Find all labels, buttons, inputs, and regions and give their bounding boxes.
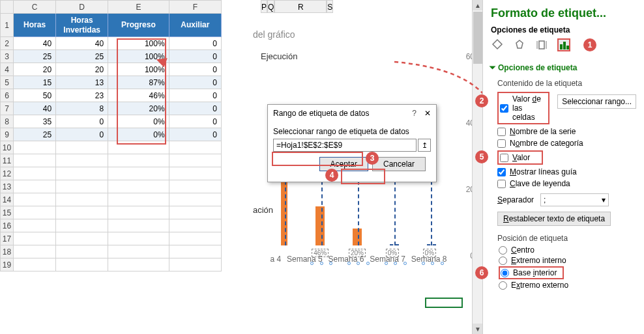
chk-nombre-serie[interactable]: Nombre de la serie	[497, 127, 636, 136]
row-header[interactable]: 5	[1, 76, 14, 89]
cell[interactable]: 50	[14, 89, 56, 102]
help-icon[interactable]: ?	[412, 109, 417, 118]
row-header[interactable]: 19	[1, 258, 14, 271]
chart-title[interactable]: del gráfico	[253, 29, 463, 40]
bar[interactable]: 46%	[315, 206, 325, 245]
chk-valor-celdas[interactable]: Valor delas celdas	[497, 92, 549, 124]
row-header[interactable]: 10	[1, 141, 14, 154]
cell[interactable]: 23	[56, 89, 108, 102]
bar[interactable]: 0%	[390, 244, 399, 245]
cell[interactable]: 100%	[108, 50, 169, 63]
col-header-Q[interactable]: Q	[267, 0, 274, 13]
badge-4: 4	[325, 169, 338, 182]
cell[interactable]: 0	[169, 76, 221, 89]
col-header-C[interactable]: C	[14, 1, 56, 14]
radio-extremo-externo[interactable]: Extremo externo	[499, 281, 636, 290]
cell[interactable]: 40	[14, 102, 56, 115]
row-header[interactable]: 3	[1, 50, 14, 63]
accept-button[interactable]: Aceptar	[319, 157, 368, 171]
row-header[interactable]: 6	[1, 89, 14, 102]
col-header-S[interactable]: S	[327, 0, 333, 13]
row-header[interactable]: 15	[1, 206, 14, 219]
options-group-title[interactable]: Opciones de etiqueta	[491, 63, 636, 72]
size-icon[interactable]	[535, 38, 548, 51]
row-header[interactable]: 17	[1, 232, 14, 245]
row-header[interactable]: 4	[1, 63, 14, 76]
cell[interactable]: 0	[169, 50, 221, 63]
close-icon[interactable]: ✕	[424, 109, 431, 118]
row-header[interactable]: 2	[1, 37, 14, 50]
cell[interactable]: 0	[169, 128, 221, 141]
row-header[interactable]: 8	[1, 115, 14, 128]
corner-cell[interactable]	[1, 1, 14, 14]
effects-icon[interactable]	[513, 38, 526, 51]
reset-label-text-button[interactable]: Restablecer texto de etiqueta	[497, 212, 611, 226]
chk-clave-leyenda[interactable]: Clave de leyenda	[497, 179, 636, 188]
scroll-up-icon[interactable]: ▲	[473, 0, 482, 10]
cell[interactable]: 40	[14, 37, 56, 50]
row-header[interactable]: 7	[1, 102, 14, 115]
row-header[interactable]: 13	[1, 180, 14, 193]
grid[interactable]: C D E F 1 Horas Horas Invertidas Progres…	[0, 0, 222, 271]
vertical-scrollbar[interactable]: ▲ ▼	[472, 0, 482, 334]
cell[interactable]: 0	[56, 128, 108, 141]
separator-dropdown[interactable]: ;▾	[540, 193, 609, 206]
cell[interactable]: 0	[56, 115, 108, 128]
position-section-label: Posición de etiqueta	[497, 234, 636, 243]
range-input[interactable]	[273, 139, 417, 152]
cell[interactable]: 0	[169, 89, 221, 102]
scroll-down-icon[interactable]: ▼	[473, 324, 482, 334]
cell[interactable]: 0%	[108, 115, 169, 128]
chk-lineas-guia[interactable]: Mostrar líneas guía	[497, 167, 636, 176]
row-header[interactable]: 11	[1, 154, 14, 167]
cell[interactable]: 0%	[108, 128, 169, 141]
cell[interactable]: 25	[56, 50, 108, 63]
cell[interactable]: 100%	[108, 63, 169, 76]
row-header-1[interactable]: 1	[1, 14, 14, 37]
range-picker-icon[interactable]: ↥	[418, 139, 431, 152]
radio-centro[interactable]: Centro	[499, 245, 636, 255]
row-header[interactable]: 16	[1, 219, 14, 232]
col-header-F[interactable]: F	[169, 1, 221, 14]
chk-nombre-categoria[interactable]: Nombre de categoría	[497, 139, 636, 148]
col-header-P[interactable]: P	[261, 0, 267, 13]
cell[interactable]: 0	[169, 102, 221, 115]
cell[interactable]: 8	[56, 102, 108, 115]
cell[interactable]: 15	[14, 76, 56, 89]
cell[interactable]: 0	[169, 115, 221, 128]
header-horas: Horas	[14, 14, 56, 37]
cell[interactable]: 20	[56, 63, 108, 76]
chart-options-icon[interactable]	[557, 38, 570, 51]
pane-subtitle[interactable]: Opciones de etiqueta	[491, 25, 636, 35]
radio-base-interior[interactable]: Base interior	[499, 266, 564, 279]
scroll-thumb[interactable]	[473, 12, 482, 64]
row-header[interactable]: 18	[1, 245, 14, 258]
col-header-R[interactable]: R	[274, 0, 327, 13]
cell[interactable]: 0	[169, 37, 221, 50]
row-header[interactable]: 14	[1, 193, 14, 206]
cell[interactable]: 20	[14, 63, 56, 76]
radio-extremo-interno[interactable]: Extremo interno	[499, 256, 636, 265]
cell[interactable]: 0	[169, 63, 221, 76]
row-header[interactable]: 12	[1, 167, 14, 180]
col-header-D[interactable]: D	[56, 1, 108, 14]
chk-valor[interactable]: Valor	[497, 150, 543, 165]
cell[interactable]: 100%	[108, 37, 169, 50]
cell[interactable]: 35	[14, 115, 56, 128]
fill-icon[interactable]	[491, 38, 504, 51]
cell[interactable]: 46%	[108, 89, 169, 102]
row-header[interactable]: 9	[1, 128, 14, 141]
svg-rect-5	[566, 46, 569, 49]
cell[interactable]: 20%	[108, 102, 169, 115]
cell[interactable]: 25	[14, 50, 56, 63]
chart-subtitle: Ejecución	[261, 51, 463, 61]
cancel-button[interactable]: Cancelar	[372, 157, 426, 171]
cell[interactable]: 40	[56, 37, 108, 50]
cell[interactable]: 87%	[108, 76, 169, 89]
col-header-E[interactable]: E	[108, 1, 169, 14]
bar[interactable]: 0%	[427, 244, 436, 245]
cell[interactable]: 25	[14, 128, 56, 141]
select-range-button[interactable]: Seleccionar rango...	[557, 94, 636, 109]
cell[interactable]: 13	[56, 76, 108, 89]
bar[interactable]: 20%	[353, 229, 362, 245]
